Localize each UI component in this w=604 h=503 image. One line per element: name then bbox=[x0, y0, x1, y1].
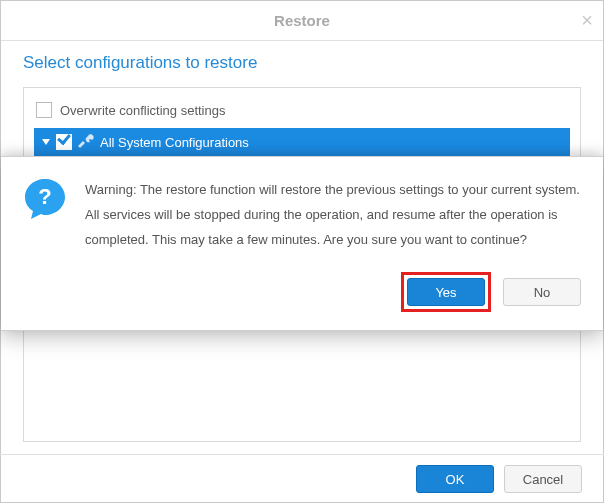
yes-button[interactable]: Yes bbox=[407, 278, 485, 306]
overwrite-label: Overwrite conflicting settings bbox=[60, 103, 225, 118]
question-icon: ? bbox=[23, 177, 67, 221]
window-title: Restore bbox=[274, 12, 330, 29]
overwrite-checkbox[interactable] bbox=[36, 102, 52, 118]
ok-button[interactable]: OK bbox=[416, 465, 494, 493]
page-title: Select configurations to restore bbox=[23, 53, 581, 73]
tools-icon bbox=[78, 134, 94, 150]
yes-highlight: Yes bbox=[401, 272, 491, 312]
confirm-dialog: ? Warning: The restore function will res… bbox=[1, 156, 603, 331]
restore-window: Restore × Select configurations to resto… bbox=[0, 0, 604, 503]
window-footer: OK Cancel bbox=[0, 454, 604, 503]
no-button[interactable]: No bbox=[503, 278, 581, 306]
tree-root-label: All System Configurations bbox=[100, 135, 249, 150]
tree-root-row[interactable]: All System Configurations bbox=[34, 128, 570, 156]
cancel-button[interactable]: Cancel bbox=[504, 465, 582, 493]
chevron-down-icon[interactable] bbox=[42, 139, 50, 145]
dialog-footer: Yes No bbox=[23, 272, 581, 312]
svg-text:?: ? bbox=[38, 184, 51, 209]
dialog-message: Warning: The restore function will resto… bbox=[85, 177, 581, 252]
overwrite-row[interactable]: Overwrite conflicting settings bbox=[34, 98, 570, 128]
root-checkbox[interactable] bbox=[56, 134, 72, 150]
titlebar: Restore × bbox=[1, 1, 603, 41]
close-icon[interactable]: × bbox=[581, 9, 593, 32]
